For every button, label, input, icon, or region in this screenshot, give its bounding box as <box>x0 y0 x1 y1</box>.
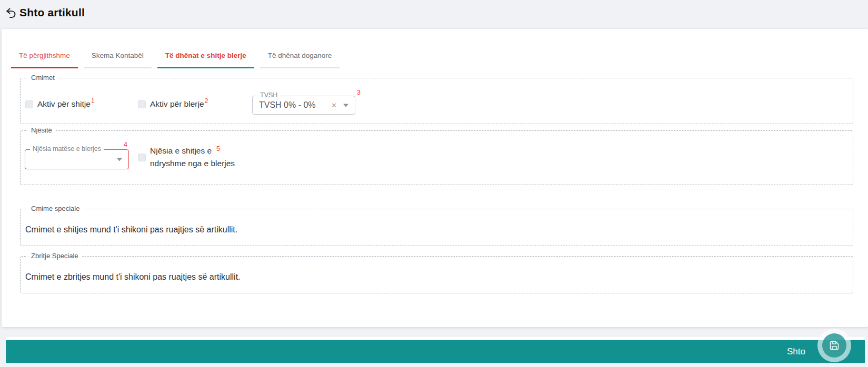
checkbox-label-text: Aktiv për blerje <box>150 99 204 108</box>
field-marker-4: 4 <box>124 141 127 148</box>
tvsh-select-value: TVSH 0% - 0% <box>259 100 316 110</box>
tvsh-select[interactable]: TVSH TVSH 0% - 0% ✕ 3 <box>252 96 355 115</box>
page-title: Shto artikull <box>19 6 85 19</box>
page-header: Shto artikull <box>0 0 868 25</box>
tab-te-dhenat-doganore[interactable]: Të dhënat doganore <box>260 44 340 68</box>
save-icon <box>828 339 841 352</box>
tab-label: Skema Kontabël <box>92 52 144 59</box>
checkbox-label: Njësia e shitjes e ndryshme nga e blerje… <box>150 145 236 170</box>
tab-label: Të dhënat e shitje blerje <box>165 52 246 59</box>
checkbox-njesia-ndryshme[interactable]: Njësia e shitjes e ndryshme nga e blerje… <box>138 145 236 170</box>
checkbox-label: Aktiv për shitje1 <box>37 98 95 111</box>
tab-te-pergjithshme[interactable]: Të përgjithshme <box>11 44 78 68</box>
tab-label: Të përgjithshme <box>19 52 70 59</box>
field-marker-3: 3 <box>357 89 361 96</box>
shto-submit-button[interactable]: Shto <box>787 340 805 363</box>
back-button[interactable] <box>4 6 17 19</box>
zbritje-speciale-info-text: Cmimet e zbritjes mund t'i shikoni pas r… <box>25 272 241 282</box>
section-legend: Njësitë <box>27 126 56 134</box>
section-njesite: Njësitë Njësia matëse e blerjes 4 Njësia… <box>20 130 853 185</box>
njesia-matese-select[interactable]: Njësia matëse e blerjes 4 <box>25 149 129 169</box>
section-cmimet: Cmimet Aktiv për shitje1 Aktiv për blerj… <box>20 78 853 124</box>
chevron-down-icon[interactable] <box>117 158 122 161</box>
tvsh-select-label: TVSH <box>257 91 280 99</box>
tab-te-dhenat-shitje-blerje[interactable]: Të dhënat e shitje blerje <box>157 44 254 68</box>
checkbox-label-text: Aktiv për shitje <box>37 99 91 108</box>
save-fab-circle <box>822 333 846 358</box>
cmime-speciale-info-text: Cmimet e shitjes mund t'i shikoni pas ru… <box>25 225 237 235</box>
checkbox-box[interactable] <box>138 154 146 161</box>
checkbox-label-text: Njësia e shitjes e ndryshme nga e blerje… <box>150 146 235 168</box>
form-card: Të përgjithshme Skema Kontabël Të dhënat… <box>2 29 868 327</box>
checkbox-aktiv-per-shitje[interactable]: Aktiv për shitje1 <box>25 98 95 111</box>
tab-bar: Të përgjithshme Skema Kontabël Të dhënat… <box>11 44 345 68</box>
section-legend: Zbritje Speciale <box>27 252 82 260</box>
section-zbritje-speciale: Zbritje Speciale Cmimet e zbritjes mund … <box>20 256 853 293</box>
section-cmime-speciale: Cmime speciale Cmimet e shitjes mund t'i… <box>20 209 853 246</box>
section-legend: Cmime speciale <box>27 205 83 212</box>
footer-bar: Shto <box>6 340 865 363</box>
checkbox-label: Aktiv për blerje2 <box>150 98 208 111</box>
njesia-matese-select-label: Njësia matëse e blerjes <box>30 145 104 152</box>
clear-icon[interactable]: ✕ <box>331 101 337 109</box>
checkbox-box[interactable] <box>25 100 33 108</box>
checkbox-aktiv-per-blerje[interactable]: Aktiv për blerje2 <box>138 98 208 111</box>
tab-skema-kontabel[interactable]: Skema Kontabël <box>84 44 152 68</box>
chevron-down-icon[interactable] <box>343 104 348 107</box>
field-marker-1: 1 <box>91 97 95 105</box>
save-fab-button[interactable] <box>817 329 851 362</box>
section-legend: Cmimet <box>27 74 58 81</box>
tab-label: Të dhënat doganore <box>268 52 332 59</box>
field-marker-2: 2 <box>205 97 208 105</box>
field-marker-5: 5 <box>216 142 220 155</box>
back-arrow-icon <box>5 7 17 19</box>
checkbox-box[interactable] <box>138 100 146 108</box>
